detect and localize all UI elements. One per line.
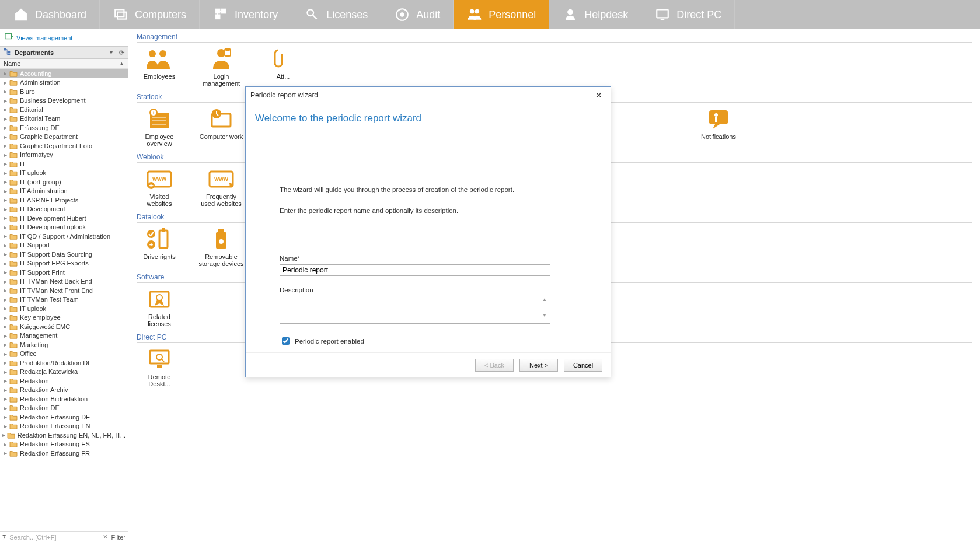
- tree-item[interactable]: ▸IT ASP.NET Projects: [0, 195, 128, 205]
- expand-icon[interactable]: ▸: [2, 188, 8, 194]
- tree-item[interactable]: ▸IT Administration: [0, 187, 128, 196]
- expand-icon[interactable]: ▸: [2, 242, 8, 248]
- tile-notifications[interactable]: Notifications: [696, 107, 741, 147]
- tree-item[interactable]: ▸IT: [0, 159, 128, 169]
- tree-item[interactable]: ▸IT uplook: [0, 304, 128, 313]
- tree-item[interactable]: ▸IT uplook: [0, 169, 128, 178]
- expand-icon[interactable]: ▸: [2, 342, 8, 348]
- refresh-icon[interactable]: ⟳: [119, 49, 124, 57]
- expand-icon[interactable]: ▸: [2, 197, 8, 203]
- expand-icon[interactable]: ▸: [2, 170, 8, 176]
- filter-button[interactable]: Filter: [111, 534, 125, 541]
- expand-icon[interactable]: ▸: [2, 71, 8, 76]
- tree-item[interactable]: ▸Informatycy: [0, 151, 128, 160]
- expand-icon[interactable]: ▸: [2, 116, 8, 121]
- expand-icon[interactable]: ▸: [2, 414, 8, 420]
- tree-item[interactable]: ▸Management: [0, 331, 128, 341]
- tree-item[interactable]: ▸Business Development: [0, 96, 128, 106]
- expand-icon[interactable]: ▸: [2, 179, 8, 185]
- tree-item[interactable]: ▸Biuro: [0, 87, 128, 96]
- tile-computer-work[interactable]: Computer work: [198, 107, 244, 147]
- nav-helpdesk[interactable]: Helpdesk: [549, 0, 641, 29]
- expand-icon[interactable]: ▸: [2, 306, 8, 312]
- nav-licenses[interactable]: Licenses: [291, 0, 381, 29]
- tile-removable-storage[interactable]: Removable storage devices: [198, 228, 244, 267]
- expand-icon[interactable]: ▸: [2, 314, 8, 320]
- textarea-scroll-icon[interactable]: ▲▼: [542, 297, 549, 318]
- expand-icon[interactable]: ▸: [2, 233, 8, 239]
- tree-item[interactable]: ▸Redaktion Erfassung ES: [0, 440, 128, 449]
- tile-remote-desktop[interactable]: Remote Deskt...: [137, 348, 182, 387]
- tree-item[interactable]: ▸IT Support Print: [0, 268, 128, 277]
- expand-icon[interactable]: ▸: [2, 441, 8, 447]
- expand-icon[interactable]: ▸: [2, 134, 8, 139]
- expand-icon[interactable]: ▸: [2, 288, 8, 293]
- tree-item[interactable]: ▸Redaktion Erfassung FR: [0, 449, 128, 458]
- expand-icon[interactable]: ▸: [2, 278, 8, 284]
- tree-item[interactable]: ▸Graphic Department Foto: [0, 141, 128, 151]
- expand-icon[interactable]: ▸: [2, 89, 8, 95]
- tile-visited-websites[interactable]: www Visited websites: [137, 167, 182, 207]
- nav-dashboard[interactable]: Dashboard: [0, 0, 100, 29]
- expand-icon[interactable]: ▸: [2, 351, 8, 356]
- tree-item[interactable]: ▸Graphic Department: [0, 132, 128, 142]
- expand-icon[interactable]: ▸: [2, 369, 8, 375]
- tree-item[interactable]: ▸Redaktion Erfassung EN, NL, FR, IT...: [0, 431, 128, 440]
- expand-icon[interactable]: ▸: [2, 224, 8, 230]
- expand-icon[interactable]: ▸: [2, 333, 8, 338]
- tree-item[interactable]: ▸Księgowość EMC: [0, 322, 128, 331]
- name-input[interactable]: [280, 264, 550, 276]
- departments-header[interactable]: Departments ▼ ⟳: [0, 46, 128, 59]
- expand-icon[interactable]: ▸: [2, 79, 8, 85]
- tree-item[interactable]: ▸IT TVMan Next Front End: [0, 286, 128, 295]
- expand-icon[interactable]: ▸: [2, 378, 8, 384]
- dropdown-icon[interactable]: ▼: [109, 50, 114, 55]
- tile-attachments[interactable]: Att...: [260, 47, 306, 87]
- tree-item[interactable]: ▸IT Support: [0, 241, 128, 250]
- tree-item[interactable]: ▸Marketing: [0, 340, 128, 349]
- expand-icon[interactable]: ▸: [2, 432, 6, 438]
- tree-item[interactable]: ▸Editorial Team: [0, 114, 128, 124]
- enabled-checkbox[interactable]: [282, 337, 290, 345]
- tree-item[interactable]: ▸Erfassung DE: [0, 123, 128, 132]
- tile-frequently-used-websites[interactable]: www Frequently used websites: [198, 167, 244, 207]
- nav-personnel[interactable]: Personnel: [454, 0, 549, 29]
- expand-icon[interactable]: ▸: [2, 270, 8, 275]
- tree-item[interactable]: ▸Redaktion: [0, 376, 128, 386]
- tree-item[interactable]: ▸Editorial: [0, 105, 128, 114]
- tree-item[interactable]: ▸Accounting: [0, 69, 128, 78]
- tree-item[interactable]: ▸Redaktion Erfassung EN: [0, 422, 128, 431]
- tree-item[interactable]: ▸Produktion/Redaktion DE: [0, 358, 128, 368]
- expand-icon[interactable]: ▸: [2, 215, 8, 221]
- back-button[interactable]: < Back: [475, 359, 514, 372]
- tree-item[interactable]: ▸Redaktion DE: [0, 404, 128, 413]
- views-management-link[interactable]: Views management: [16, 34, 72, 41]
- tree-item[interactable]: ▸IT Development Hubert: [0, 214, 128, 223]
- expand-icon[interactable]: ▸: [2, 450, 8, 456]
- tree-item[interactable]: ▸IT Support Data Sourcing: [0, 250, 128, 259]
- tree-item[interactable]: ▸Office: [0, 349, 128, 359]
- next-button[interactable]: Next >: [519, 359, 558, 372]
- tree-item[interactable]: ▸Redaktion Bildredaktion: [0, 394, 128, 404]
- expand-icon[interactable]: ▸: [2, 260, 8, 266]
- expand-icon[interactable]: ▸: [2, 161, 8, 167]
- expand-icon[interactable]: ▸: [2, 296, 8, 302]
- expand-icon[interactable]: ▸: [2, 360, 8, 366]
- expand-icon[interactable]: ▸: [2, 143, 8, 149]
- close-icon[interactable]: ✕: [592, 89, 606, 101]
- tree-item[interactable]: ▸IT TVMan Next Back End: [0, 277, 128, 286]
- tree-item[interactable]: ▸Administration: [0, 78, 128, 88]
- expand-icon[interactable]: ▸: [2, 107, 8, 113]
- expand-icon[interactable]: ▸: [2, 423, 8, 429]
- tree-item[interactable]: ▸Redaktion Erfassung DE: [0, 412, 128, 422]
- tree-item[interactable]: ▸Redakcja Katowicka: [0, 368, 128, 377]
- cancel-button[interactable]: Cancel: [564, 359, 602, 372]
- search-input[interactable]: Search...[Ctrl+F]: [9, 534, 102, 541]
- nav-inventory[interactable]: Inventory: [200, 0, 291, 29]
- nav-computers[interactable]: Computers: [100, 0, 200, 29]
- expand-icon[interactable]: ▸: [2, 152, 8, 158]
- tree-item[interactable]: ▸IT TVMan Test Team: [0, 295, 128, 305]
- expand-icon[interactable]: ▸: [2, 251, 8, 257]
- expand-icon[interactable]: ▸: [2, 97, 8, 103]
- name-column-header[interactable]: Name ▲: [0, 59, 128, 69]
